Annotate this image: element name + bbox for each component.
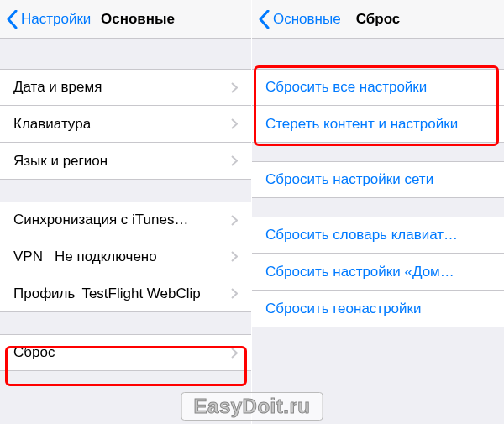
row-label: Клавиатура (13, 116, 231, 133)
row-profile[interactable]: Профиль TestFlight WebClip (0, 275, 251, 312)
chevron-right-icon (231, 82, 238, 93)
action-reset-keyboard-dict[interactable]: Сбросить словарь клавиат… (252, 217, 504, 254)
row-date-time[interactable]: Дата и время (0, 69, 251, 106)
row-value: TestFlight WebClip (81, 285, 224, 302)
action-reset-all-settings[interactable]: Сбросить все настройки (252, 69, 504, 106)
chevron-right-icon (231, 215, 238, 226)
navbar-left: Настройки Основные (0, 0, 251, 39)
back-button-right[interactable]: Основные (259, 10, 341, 29)
row-vpn[interactable]: VPN Не подключено (0, 238, 251, 275)
row-label: Язык и регион (13, 153, 231, 170)
reset-group-1: Сбросить все настройки Стереть контент и… (252, 69, 504, 143)
watermark: EasyDoit.ru (181, 392, 323, 421)
action-label: Сбросить геонастройки (265, 301, 422, 317)
action-label: Сбросить все настройки (265, 79, 427, 96)
action-reset-network[interactable]: Сбросить настройки сети (252, 161, 504, 198)
section-gap (0, 312, 251, 334)
reset-group-3: Сбросить словарь клавиат… Сбросить настр… (252, 217, 504, 327)
chevron-left-icon (7, 10, 18, 29)
action-label: Сбросить словарь клавиат… (265, 227, 458, 243)
row-itunes-sync[interactable]: Синхронизация с iTunes… (0, 202, 251, 238)
row-keyboard[interactable]: Клавиатура (0, 106, 251, 143)
reset-group-2: Сбросить настройки сети (252, 161, 504, 198)
row-label: Синхронизация с iTunes… (13, 212, 231, 228)
action-label: Сбросить настройки сети (265, 171, 433, 188)
back-button-left[interactable]: Настройки (7, 10, 91, 29)
back-label: Основные (273, 11, 341, 28)
row-label: Профиль (13, 285, 75, 302)
chevron-right-icon (231, 155, 238, 166)
chevron-right-icon (231, 118, 238, 129)
section-gap (0, 180, 251, 202)
row-reset[interactable]: Сброс (0, 334, 251, 371)
row-label: Дата и время (13, 79, 231, 96)
row-label: VPN (13, 249, 43, 265)
row-value: Не подключено (55, 249, 224, 265)
action-reset-home[interactable]: Сбросить настройки «Дом… (252, 254, 504, 291)
section-gap (252, 39, 504, 69)
action-label: Сбросить настройки «Дом… (265, 264, 454, 280)
chevron-right-icon (231, 251, 238, 262)
list-group-2: Синхронизация с iTunes… VPN Не подключен… (0, 202, 251, 312)
row-language-region[interactable]: Язык и регион (0, 143, 251, 180)
section-gap (252, 198, 504, 217)
list-group-3: Сброс (0, 334, 251, 371)
section-gap (0, 39, 251, 69)
list-group-1: Дата и время Клавиатура Язык и регион (0, 69, 251, 180)
chevron-left-icon (259, 10, 270, 29)
chevron-right-icon (231, 288, 238, 299)
action-erase-content[interactable]: Стереть контент и настройки (252, 106, 504, 143)
navbar-right: Основные Сброс (252, 0, 504, 39)
action-reset-location[interactable]: Сбросить геонастройки (252, 291, 504, 327)
chevron-right-icon (231, 348, 238, 359)
action-label: Стереть контент и настройки (265, 116, 458, 133)
section-gap (252, 143, 504, 161)
back-label: Настройки (21, 11, 91, 28)
row-label: Сброс (13, 344, 231, 361)
